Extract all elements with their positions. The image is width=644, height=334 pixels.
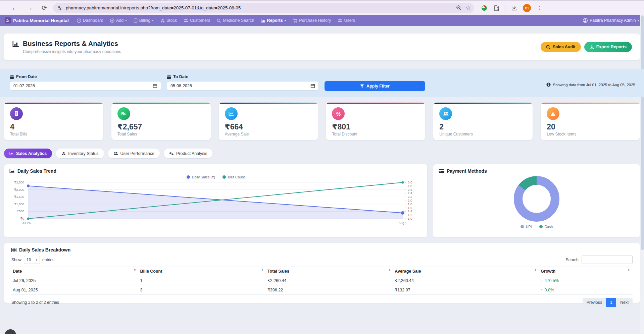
users-icon: [439, 107, 452, 120]
stat-value: 20: [547, 123, 634, 131]
cell-bills: 1: [139, 276, 266, 285]
svg-text:1.6: 1.6: [408, 206, 412, 210]
bookmark-star-icon[interactable]: ☆: [466, 4, 471, 11]
users-icon: [184, 18, 188, 22]
line-chart: ₹2,500₹2,000₹1,500₹1,000₹500₹03.02.82.62…: [9, 179, 422, 228]
from-date-label: From Date: [10, 74, 37, 79]
nav-dashboard[interactable]: Dashboard: [74, 16, 106, 24]
sales-audit-button[interactable]: Sales Audit: [541, 42, 581, 52]
svg-text:1.2: 1.2: [408, 213, 412, 217]
zoom-out-icon[interactable]: [456, 5, 462, 11]
tab-user-performance[interactable]: User Performance: [108, 149, 160, 158]
growth-up-icon: ↑: [541, 288, 543, 292]
scrollbar-thumb[interactable]: [641, 15, 644, 250]
nav-billing[interactable]: Billing▾: [131, 16, 156, 24]
export-reports-button[interactable]: Export Reports: [584, 42, 632, 52]
calendar-icon: [167, 75, 171, 79]
tab-sales-analytics[interactable]: Sales Analytics: [4, 149, 52, 158]
legend-cash[interactable]: Cash: [539, 225, 553, 229]
cell-bills: 3: [139, 285, 266, 295]
column-header-date[interactable]: Date▲▼: [11, 267, 139, 276]
nav-users[interactable]: Users: [335, 16, 358, 24]
report-tabs: Sales Analytics Inventory Status User Pe…: [4, 149, 212, 158]
cell-date: Aug 01, 2025: [11, 285, 139, 295]
address-bar[interactable]: pharmacy.pabitramemorial.in/reports.php?…: [53, 3, 474, 13]
extensions-puzzle-icon[interactable]: [493, 5, 499, 11]
calendar-icon: [10, 75, 14, 79]
next-page-button[interactable]: Next: [616, 298, 633, 307]
site-settings-icon[interactable]: [57, 5, 62, 11]
stat-label: Total Discount: [332, 132, 419, 136]
page-size-select[interactable]: 10▾: [24, 256, 40, 264]
app-navbar: Pabitra Memorial Hospital Dashboard Add▾…: [0, 15, 644, 26]
forward-icon[interactable]: →: [27, 5, 33, 11]
chart-line-icon: [9, 152, 14, 156]
legend-dot: [539, 225, 543, 228]
url-text[interactable]: pharmacy.pabitramemorial.in/reports.php?…: [66, 5, 452, 10]
apply-filter-button[interactable]: Apply Filter: [325, 81, 425, 91]
svg-text:Aug 1: Aug 1: [399, 221, 407, 225]
reload-icon[interactable]: ⟳: [42, 5, 47, 11]
rupee-icon: Rs: [117, 107, 130, 120]
tab-product-analysis[interactable]: Product Analysis: [164, 149, 212, 158]
date-picker-icon[interactable]: [310, 84, 315, 88]
stat-value: 4: [10, 123, 97, 131]
cell-growth: ↑0.0%: [539, 285, 633, 295]
column-header-bills-count[interactable]: Bills Count▲▼: [139, 267, 266, 276]
legend-upi[interactable]: UPI: [521, 225, 532, 229]
floating-widget[interactable]: [5, 329, 16, 334]
table-row: Jul 26, 2025 1 ₹2,260.44 ₹2,260.44 ↑470.…: [11, 276, 633, 285]
svg-text:1.4: 1.4: [408, 209, 412, 213]
chart-area-icon: [9, 169, 15, 173]
info-icon: [546, 82, 551, 87]
nav-medicine-search[interactable]: Medicine Search: [214, 16, 257, 24]
browser-menu-icon[interactable]: ⋮: [537, 5, 542, 11]
idm-extension-icon[interactable]: [481, 5, 488, 11]
legend-dot: [521, 225, 524, 228]
table-search-input[interactable]: [582, 256, 633, 264]
nav-add[interactable]: Add▾: [107, 16, 130, 24]
svg-text:₹500: ₹500: [17, 209, 24, 213]
column-header-total-sales[interactable]: Total Sales▲▼: [266, 267, 393, 276]
date-picker-icon[interactable]: [153, 84, 157, 88]
from-date-input[interactable]: [10, 81, 161, 91]
nav-purchase-history[interactable]: Purchase History: [290, 16, 334, 24]
page-header: Business Reports & Analytics Comprehensi…: [4, 34, 640, 60]
plus-circle-icon: [110, 18, 114, 23]
back-icon[interactable]: ←: [11, 5, 18, 11]
stat-card-total-discount: % ₹801 Total Discount: [326, 103, 425, 140]
nav-reports[interactable]: Reports▾: [258, 16, 289, 24]
donut-chart: [511, 174, 562, 224]
stat-value: ₹2,657: [117, 123, 205, 131]
user-menu[interactable]: Pabitra Pharmacy Admin▾: [583, 18, 639, 23]
stat-card-average-sale: ₹664 Average Sale: [219, 103, 318, 140]
column-header-average-sale[interactable]: Average Sale▲▼: [393, 267, 539, 276]
tab-inventory-status[interactable]: Inventory Status: [56, 149, 104, 158]
previous-page-button[interactable]: Previous: [583, 298, 606, 307]
users-icon: [338, 18, 342, 22]
page-scrollbar[interactable]: [640, 15, 644, 334]
svg-text:2.4: 2.4: [408, 191, 412, 195]
to-date-input[interactable]: [167, 81, 319, 91]
users-icon: [113, 152, 118, 156]
nav-stock[interactable]: Stock: [158, 16, 180, 24]
chart-title: Payment Methods: [447, 168, 487, 174]
page-1-button[interactable]: 1: [606, 298, 616, 307]
downloads-icon[interactable]: [511, 5, 517, 11]
growth-up-icon: ↑: [541, 278, 543, 283]
cell-total: ₹2,260.44: [266, 276, 393, 285]
table-icon: [11, 248, 16, 252]
legend-daily-sales[interactable]: Daily Sales (₹): [187, 175, 215, 179]
nav-customers[interactable]: Customers: [181, 16, 213, 24]
percent-icon: %: [332, 107, 345, 120]
chevron-down-icon: ▾: [125, 19, 127, 22]
sort-icon: ▲▼: [261, 269, 263, 271]
person-circle-icon: [583, 18, 588, 23]
browser-profile-avatar[interactable]: m: [523, 4, 531, 12]
chart-line-icon: [225, 107, 238, 120]
column-header-growth[interactable]: Growth▲▼: [539, 267, 633, 276]
legend-bills-count[interactable]: Bills Count: [222, 175, 245, 179]
page-subtitle: Comprehensive insights into your pharmac…: [23, 49, 541, 54]
brand[interactable]: Pabitra Memorial Hospital: [5, 17, 69, 23]
entries-label: entries: [42, 258, 54, 262]
